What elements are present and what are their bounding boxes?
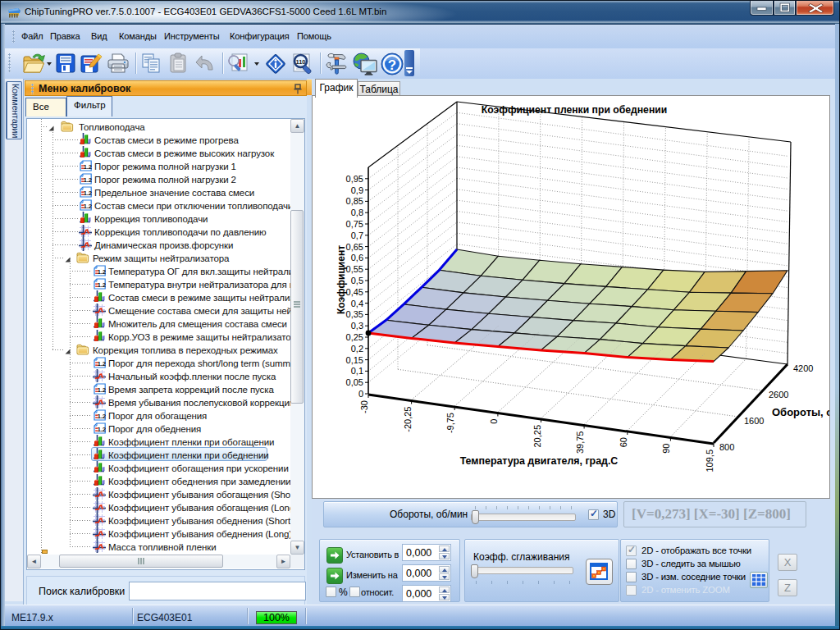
svg-text:1.2: 1.2: [84, 189, 92, 197]
svg-text:1.2: 1.2: [98, 386, 106, 394]
svg-text:1.2: 1.2: [98, 268, 106, 276]
svg-text:60: 60: [619, 437, 628, 447]
svg-text:0,75: 0,75: [346, 219, 363, 229]
svg-text:-30: -30: [359, 400, 369, 413]
svg-text:0,8: 0,8: [351, 208, 363, 217]
svg-text:1.2: 1.2: [84, 163, 92, 171]
svg-text:0,1: 0,1: [351, 366, 363, 376]
svg-text:20,25: 20,25: [532, 425, 542, 448]
svg-text:2600: 2600: [769, 390, 788, 399]
svg-text:?: ?: [388, 57, 396, 73]
svg-text:39,75: 39,75: [575, 431, 585, 454]
svg-text:800: 800: [719, 442, 734, 452]
svg-text:0,3: 0,3: [351, 321, 363, 331]
svg-text:0,9: 0,9: [351, 185, 363, 195]
svg-text:Обороты, об/мин: Обороты, об/мин: [772, 406, 830, 418]
svg-text:0,05: 0,05: [346, 377, 363, 387]
svg-text:0,6: 0,6: [351, 253, 363, 262]
svg-text:0,7: 0,7: [351, 231, 363, 240]
svg-text:1.2: 1.2: [98, 413, 106, 420]
svg-text:Коэффициент пленки при обеднен: Коэффициент пленки при обеднении: [482, 104, 667, 116]
svg-text:0,4: 0,4: [351, 299, 363, 308]
svg-text:0,2: 0,2: [351, 344, 363, 354]
svg-text:1600: 1600: [744, 416, 764, 426]
svg-text:-9,75: -9,75: [445, 413, 455, 433]
svg-text:0,95: 0,95: [346, 174, 363, 184]
svg-text:-20,25: -20,25: [403, 406, 413, 431]
svg-text:0,45: 0,45: [346, 287, 363, 297]
svg-text:0,35: 0,35: [346, 309, 363, 319]
svg-text:109,5: 109,5: [705, 450, 714, 472]
svg-text:110: 110: [295, 58, 305, 66]
svg-text:4200: 4200: [793, 363, 813, 373]
svg-text:0,15: 0,15: [346, 355, 363, 365]
svg-text:Температура двигателя, град.С: Температура двигателя, град.С: [460, 455, 619, 467]
svg-text:0: 0: [489, 419, 499, 424]
svg-text:Коэффициент: Коэффициент: [336, 245, 347, 314]
svg-text:1.2: 1.2: [84, 203, 92, 210]
svg-text:1.2: 1.2: [98, 426, 106, 433]
svg-text:1.2: 1.2: [98, 360, 106, 368]
svg-text:1.2: 1.2: [84, 176, 92, 184]
svg-text:0,5: 0,5: [351, 276, 363, 285]
svg-text:0: 0: [358, 389, 363, 399]
svg-text:1.2: 1.2: [98, 281, 106, 289]
svg-text:90: 90: [661, 444, 671, 454]
svg-text:0,25: 0,25: [346, 332, 363, 342]
svg-text:0,85: 0,85: [346, 196, 363, 206]
svg-text:0,55: 0,55: [346, 264, 363, 274]
svg-text:0,65: 0,65: [346, 242, 363, 252]
